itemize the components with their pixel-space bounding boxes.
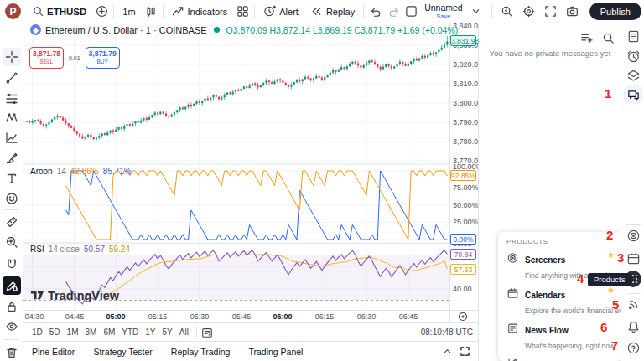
chat-button[interactable] [624, 85, 642, 104]
indicators-button[interactable]: Indicators [167, 3, 233, 20]
range-6m[interactable]: 6M [100, 326, 118, 338]
replay-button[interactable]: Replay [305, 3, 360, 20]
range-5y[interactable]: 5Y [159, 326, 176, 338]
quick-search-button[interactable] [499, 3, 516, 20]
fullscreen-button[interactable] [543, 3, 559, 20]
zoom-in-tool[interactable] [3, 233, 21, 251]
range-1y[interactable]: 1Y [142, 326, 158, 338]
new-message-button[interactable] [578, 29, 595, 46]
drawing-lock-toggle[interactable] [3, 276, 21, 295]
sell-button[interactable]: 3,871.78SELL [29, 47, 64, 69]
rsi-ma-value: 59.24 [109, 245, 130, 254]
buy-button[interactable]: 3,871.79BUY [86, 47, 120, 69]
timezone-clock[interactable]: 08:10:48 UTC [421, 327, 473, 337]
user-avatar[interactable]: P [5, 3, 21, 19]
redo-button[interactable] [386, 3, 402, 20]
open-layout-icon[interactable] [402, 3, 419, 20]
buy-sell-widget: 3,871.78SELL 0.01 3,871.79BUY [29, 47, 120, 69]
measure-tool[interactable] [3, 213, 21, 231]
aroon-down-value: 85.71% [103, 167, 132, 176]
rsi-tag: 70.84 [450, 249, 476, 260]
undo-button[interactable] [367, 3, 384, 20]
alerts-button[interactable] [624, 47, 642, 65]
panel-maximize-icon[interactable] [460, 347, 470, 356]
candles-icon [145, 6, 157, 18]
redo-icon [388, 6, 400, 18]
range-1d[interactable]: 1D [29, 326, 46, 338]
symbol-search-button[interactable]: ETHUSD [28, 3, 91, 19]
chart-container[interactable]: ◆ Ethereum / U.S. Dollar · 1 · COINBASE … [23, 23, 478, 361]
screenshot-button[interactable] [564, 3, 581, 20]
news-sidebar-button[interactable] [624, 295, 642, 313]
tab-pine-editor[interactable]: Pine Editor [32, 347, 75, 357]
tab-trading-panel[interactable]: Trading Panel [248, 347, 303, 357]
range-3m[interactable]: 3M [82, 326, 101, 338]
lock-all-tool[interactable] [3, 297, 21, 316]
magnet-tool[interactable] [3, 255, 21, 274]
calendars-sidebar-button[interactable] [624, 249, 642, 267]
range-all[interactable]: All [176, 326, 192, 338]
price-axis[interactable]: 3,840.00 3,830.00 3,820.00 3,810.00 3,80… [449, 23, 478, 310]
go-to-date-button[interactable] [201, 327, 213, 338]
trend-line-tool[interactable] [3, 69, 21, 87]
delete-tool[interactable] [3, 343, 21, 361]
annotation-1: 1 [605, 87, 611, 100]
range-ytd[interactable]: YTD [118, 326, 142, 338]
aroon-legend[interactable]: Aroon14 42.86% 85.71% [30, 167, 132, 176]
pattern-tool[interactable] [3, 109, 21, 127]
forecast-tool[interactable] [3, 129, 21, 147]
tab-strategy-tester[interactable]: Strategy Tester [93, 347, 152, 357]
alert-button[interactable]: Alert [258, 3, 304, 20]
market-status-dot[interactable] [214, 27, 220, 33]
menu-item-yield-curves[interactable]: Yield CurvesDiscover the flow of rates o… [498, 354, 621, 361]
time-tick: 04:30 [19, 312, 49, 321]
replay-icon [310, 5, 323, 18]
rsi-legend[interactable]: RSI14 close 50.57 59.24 [30, 245, 130, 254]
chart-style-button[interactable] [143, 3, 159, 20]
aroon-tick: 25.00% [453, 218, 479, 226]
settings-button[interactable] [521, 3, 538, 20]
empty-messages-text: You have no private messages yet [479, 49, 621, 58]
chevron-down-icon [472, 8, 480, 15]
spread-value: 0.01 [66, 54, 83, 62]
tradingview-logo-icon [30, 288, 44, 302]
screeners-sidebar-button[interactable] [624, 226, 642, 245]
crosshair-tool[interactable] [3, 48, 21, 66]
layout-grid-button[interactable] [234, 3, 251, 20]
range-5d[interactable]: 5D [46, 326, 64, 338]
symbol-description[interactable]: Ethereum / U.S. Dollar · 1 · COINBASE [45, 25, 207, 35]
interval-button[interactable]: 1m [117, 4, 140, 19]
menu-item-calendars[interactable]: CalendarsExplore the world's financial e… [498, 284, 621, 319]
brush-tool[interactable] [3, 149, 21, 168]
axis-settings-icon[interactable] [458, 312, 468, 322]
annotation-3: 3 [617, 251, 624, 264]
notifications-button[interactable] [624, 317, 642, 336]
date-range-toolbar: 1D 5D 1M 3M 6M YTD 1Y 5Y All 08:10:48 UT… [23, 322, 478, 341]
products-header: PRODUCTS [498, 238, 621, 249]
search-messages-button[interactable] [600, 29, 616, 46]
publish-button[interactable]: Publish [589, 3, 641, 20]
toolbar-separator [254, 5, 255, 18]
emoji-tool[interactable] [3, 189, 21, 208]
layout-name-button[interactable]: Unnamed Save [424, 3, 463, 19]
range-1m[interactable]: 1M [64, 326, 82, 338]
help-button[interactable] [624, 338, 642, 357]
annotation-2: 2 [606, 229, 613, 241]
time-tick: 05:15 [143, 312, 173, 321]
alert-clock-icon [263, 5, 276, 18]
hide-drawings-tool[interactable] [3, 317, 21, 336]
tab-replay-trading[interactable]: Replay Trading [171, 347, 231, 357]
right-sidebar [621, 23, 644, 361]
panel-expand-chevron-icon[interactable] [443, 347, 452, 356]
tradingview-watermark: TradingView [30, 288, 119, 302]
watchlist-button[interactable] [624, 27, 642, 45]
quick-search-icon [501, 5, 513, 18]
fib-retracement-tool[interactable] [3, 90, 21, 108]
products-menu: PRODUCTS ScreenersFind anything with a s… [498, 232, 621, 361]
layout-dropdown-button[interactable] [468, 3, 485, 20]
object-tree-button[interactable] [624, 66, 642, 85]
text-tool[interactable] [3, 169, 21, 188]
save-layout-link[interactable]: Save [436, 13, 450, 20]
compare-add-button[interactable] [93, 3, 110, 20]
indicators-icon [172, 5, 184, 18]
